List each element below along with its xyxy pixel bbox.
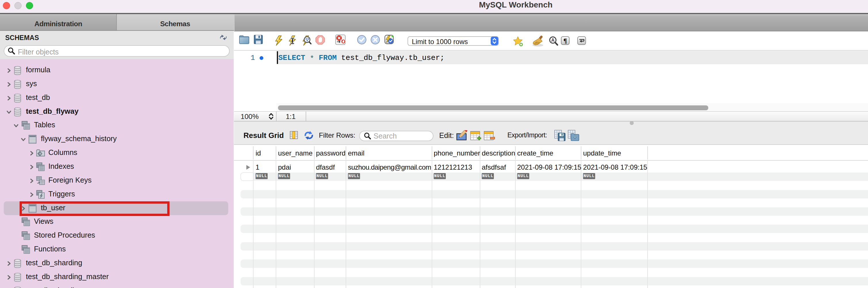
svg-text:¶: ¶ bbox=[563, 37, 567, 45]
svg-text:A: A bbox=[551, 38, 555, 42]
